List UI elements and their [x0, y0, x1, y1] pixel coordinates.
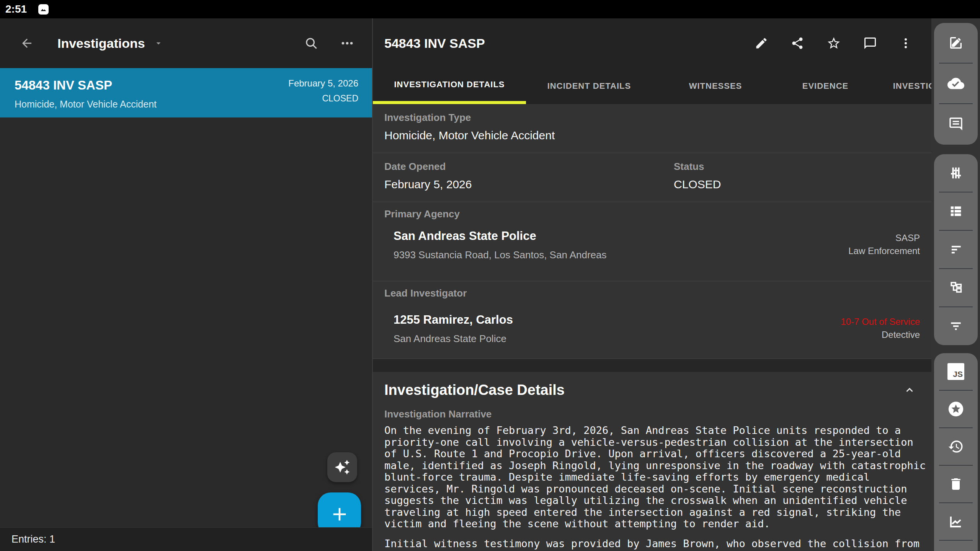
- tab-incident-details[interactable]: INCIDENT DETAILS: [526, 68, 652, 104]
- edit-icon[interactable]: [755, 36, 768, 50]
- field-value: February 5, 2026: [384, 178, 674, 191]
- view-list-icon[interactable]: [934, 192, 978, 230]
- delete-icon[interactable]: [934, 466, 978, 502]
- chat-bubble-icon[interactable]: [863, 36, 877, 50]
- case-details-heading: Investigation/Case Details: [384, 382, 565, 398]
- field-value: CLOSED: [674, 178, 721, 191]
- panel-title[interactable]: Investigations: [57, 36, 145, 51]
- field-value: Homicide, Motor Vehicle Accident: [384, 129, 920, 142]
- lead-investigator-section: Lead Investigator 1255 Ramirez, Carlos S…: [373, 281, 931, 359]
- tab-investigators[interactable]: INVESTIGATORS: [872, 68, 931, 104]
- item-case-type: Homicide, Motor Vehicle Accident: [15, 99, 288, 110]
- share-icon[interactable]: [791, 36, 804, 50]
- tune-icon[interactable]: [934, 154, 978, 192]
- duty-status: 10-7 Out of Service: [841, 315, 920, 328]
- narrative-paragraph-1: On the evening of February 3rd, 2026, Sa…: [384, 424, 931, 530]
- section-gap: [373, 359, 931, 372]
- schema-icon[interactable]: [934, 269, 978, 306]
- dock-group-bottom: JS: [934, 353, 978, 551]
- collapse-chevron-up-icon[interactable]: [904, 385, 915, 396]
- investigation-type-section: Investigation Type Homicide, Motor Vehic…: [373, 104, 931, 153]
- field-label: Lead Investigator: [384, 287, 920, 299]
- detail-title: 54843 INV SASP: [384, 36, 755, 51]
- detail-tabs: INVESTIGATION DETAILS INCIDENT DETAILS W…: [373, 68, 931, 104]
- item-case-number: 54843 INV SASP: [15, 78, 288, 93]
- narrative-text: On the evening of February 3rd, 2026, Sa…: [384, 425, 928, 549]
- investigator-rank: Detective: [841, 328, 920, 341]
- item-date: February 5, 2026: [288, 78, 358, 89]
- featured-star-icon[interactable]: [934, 391, 978, 427]
- field-label: Date Opened: [384, 161, 674, 173]
- investigations-list-panel: Investigations 54843 INV SASP Homicide, …: [0, 18, 372, 551]
- sort-icon[interactable]: [934, 231, 978, 268]
- sparkles-icon: [335, 460, 350, 475]
- agency-abbr: SASP: [848, 231, 920, 245]
- dock-group-top: [934, 23, 978, 145]
- agency-address: 9393 Sustancia Road, Los Santos, San And…: [394, 249, 848, 261]
- javascript-badge-icon[interactable]: JS: [934, 353, 978, 390]
- filter-list-icon[interactable]: [934, 307, 978, 345]
- narrative-paragraph-2: Initial witness testimony was provided b…: [384, 538, 928, 550]
- tab-evidence[interactable]: EVIDENCE: [779, 68, 872, 104]
- comment-icon[interactable]: [934, 104, 978, 144]
- field-label: Investigation Type: [384, 112, 920, 124]
- detail-header: 54843 INV SASP: [373, 18, 931, 68]
- dock-group-middle: [934, 154, 978, 345]
- list-header: Investigations: [0, 18, 372, 68]
- investigator-row[interactable]: 1255 Ramirez, Carlos San Andreas State P…: [384, 313, 920, 345]
- case-details-section: Investigation/Case Details Investigation…: [373, 372, 931, 551]
- field-label: Status: [674, 161, 721, 173]
- clock: 2:51: [5, 3, 27, 15]
- item-status: CLOSED: [288, 93, 358, 104]
- investigation-detail-panel: 54843 INV SASP INVESTIGATION DETAILS INC…: [373, 18, 931, 551]
- back-arrow-icon[interactable]: [20, 36, 34, 50]
- star-outline-icon[interactable]: [826, 36, 841, 51]
- date-status-section: Date Opened February 5, 2026 Status CLOS…: [373, 153, 931, 202]
- line-chart-icon[interactable]: [934, 503, 978, 540]
- tab-witnesses[interactable]: WITNESSES: [652, 68, 779, 104]
- cloud-done-icon[interactable]: [934, 64, 978, 103]
- agency-type: Law Enforcement: [848, 245, 920, 258]
- field-label: Primary Agency: [384, 208, 920, 220]
- edit-square-icon[interactable]: [934, 23, 978, 63]
- investigator-agency: San Andreas State Police: [394, 333, 841, 345]
- investigation-list-item-selected[interactable]: 54843 INV SASP Homicide, Motor Vehicle A…: [0, 68, 372, 117]
- narrative-label: Investigation Narrative: [384, 408, 920, 420]
- plus-icon: [333, 508, 346, 520]
- entries-count: Entries: 1: [11, 533, 55, 545]
- agency-row[interactable]: San Andreas State Police 9393 Sustancia …: [384, 229, 920, 261]
- more-vertical-icon[interactable]: [899, 37, 912, 50]
- sidebar-dock: JS: [931, 18, 980, 551]
- screenshot-icon: [38, 4, 49, 15]
- more-horizontal-icon[interactable]: [340, 36, 354, 51]
- tab-investigation-details[interactable]: INVESTIGATION DETAILS: [373, 68, 526, 104]
- list-footer: Entries: 1: [0, 527, 372, 551]
- ai-assistant-button[interactable]: [327, 452, 357, 482]
- agency-name: San Andreas State Police: [394, 229, 848, 243]
- status-bar: 2:51: [0, 0, 980, 18]
- primary-agency-section: Primary Agency San Andreas State Police …: [373, 202, 931, 281]
- search-icon[interactable]: [304, 36, 318, 51]
- history-icon[interactable]: [934, 428, 978, 465]
- chevron-down-icon[interactable]: [154, 38, 163, 48]
- investigator-name: 1255 Ramirez, Carlos: [394, 313, 841, 327]
